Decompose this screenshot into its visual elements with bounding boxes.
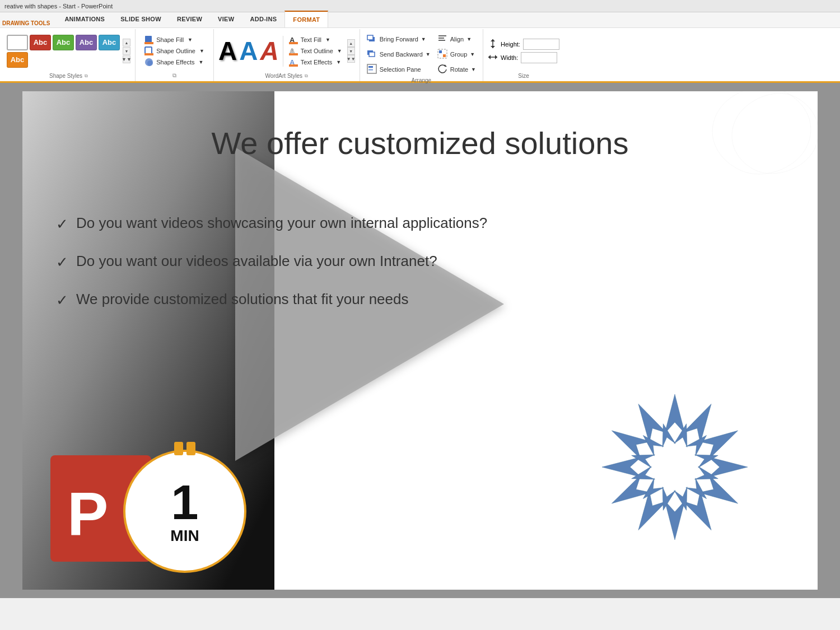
svg-rect-3 [144, 53, 153, 55]
slide-title: We offer customized solutions [22, 125, 818, 161]
text-effects-icon: A [289, 58, 298, 67]
send-backward-button[interactable]: Send Backward ▼ [365, 48, 433, 61]
tab-review[interactable]: REVIEW [169, 11, 210, 27]
svg-marker-39 [629, 491, 666, 535]
align-button[interactable]: Align ▼ [435, 32, 478, 46]
bring-forward-dropdown[interactable]: ▼ [421, 36, 426, 42]
slide[interactable]: We offer customized solutions ✓ Do you w… [22, 91, 818, 590]
svg-marker-43 [629, 399, 666, 443]
text-effects-button[interactable]: A Text Effects ▼ [287, 57, 344, 67]
scroll-more[interactable]: ▼▼ [123, 55, 130, 63]
shape-fill-button[interactable]: Shape Fill ▼ [143, 35, 206, 45]
svg-marker-41 [602, 457, 641, 477]
svg-point-5 [147, 60, 153, 66]
shape-styles-label: Shape Styles ⧉ [7, 72, 130, 80]
wordart-letter-blue[interactable]: A [239, 36, 258, 66]
svg-marker-36 [699, 475, 743, 512]
text-effects-dropdown[interactable]: ▼ [336, 59, 341, 65]
arrange-columns: Bring Forward ▼ Send Backward ▼ [365, 30, 478, 76]
wordart-commands: A Text Fill ▼ A Text Outline ▼ [287, 35, 344, 67]
group-dropdown[interactable]: ▼ [470, 52, 475, 57]
selection-pane-icon [367, 64, 377, 75]
wordart-letter-red[interactable]: A [260, 36, 278, 66]
text-fill-icon: A [289, 35, 298, 44]
rotate-button[interactable]: Rotate ▼ [435, 63, 478, 76]
wordart-scroll: ▲ ▼ ▼▼ [347, 39, 355, 63]
bring-forward-button[interactable]: Bring Forward ▼ [365, 32, 433, 46]
shape-effects-dropdown-icon[interactable]: ▼ [198, 59, 203, 65]
width-row: Width: [488, 52, 559, 63]
scroll-up[interactable]: ▲ [123, 39, 130, 46]
text-fill-button[interactable]: A Text Fill ▼ [287, 35, 344, 45]
svg-marker-40 [606, 475, 651, 512]
timer-number: 1 [171, 478, 199, 527]
tab-view[interactable]: VIEW [210, 11, 242, 27]
selection-pane-button[interactable]: Selection Pane [365, 63, 433, 76]
arrange-label: Arrange [365, 76, 478, 85]
tab-animations[interactable]: ANIMATIONS [57, 11, 113, 27]
rotate-icon [437, 64, 447, 75]
shape-outline-dropdown-icon[interactable]: ▼ [199, 48, 204, 54]
group-button[interactable]: Group ▼ [435, 48, 478, 61]
ribbon: DRAWING TOOLS ANIMATIONS SLIDE SHOW REVI… [0, 12, 840, 83]
shape-style-plain[interactable] [7, 35, 28, 50]
svg-marker-32 [665, 394, 685, 433]
timer-circle: 1 MIN [123, 450, 246, 573]
bring-forward-icon [367, 34, 377, 45]
ribbon-content: Abc Abc Abc Abc Abc ▲ ▼ ▼▼ Shape Styles … [0, 28, 840, 81]
height-input[interactable] [523, 39, 559, 50]
send-backward-dropdown[interactable]: ▼ [426, 52, 431, 57]
wordart-divider [283, 36, 283, 67]
shape-outline-icon [144, 46, 153, 55]
align-dropdown[interactable]: ▼ [466, 36, 472, 42]
check-1: ✓ [56, 216, 68, 233]
shape-outline-button[interactable]: Shape Outline ▼ [143, 46, 206, 56]
width-input[interactable] [521, 52, 557, 63]
scroll-down[interactable]: ▼ [123, 47, 130, 55]
svg-rect-11 [289, 64, 298, 67]
shape-fill-dropdown-icon[interactable]: ▼ [188, 37, 193, 43]
timer-knob-right [186, 442, 195, 455]
shape-style-purple[interactable]: Abc [76, 35, 97, 50]
shape-style-teal[interactable]: Abc [99, 35, 120, 50]
drawing-tools-label: DRAWING TOOLS [2, 20, 50, 27]
svg-rect-15 [369, 52, 375, 57]
height-icon [488, 39, 498, 50]
rotate-dropdown[interactable]: ▼ [471, 67, 476, 72]
shape-cmd-list: Shape Fill ▼ Shape Outline ▼ [143, 35, 206, 67]
svg-rect-17 [368, 66, 373, 68]
text-outline-button[interactable]: A Text Outline ▼ [287, 46, 344, 56]
group-icon [437, 49, 447, 60]
tab-slideshow[interactable]: SLIDE SHOW [113, 11, 169, 27]
check-2: ✓ [56, 254, 68, 271]
svg-marker-37 [683, 491, 720, 535]
shape-effects-button[interactable]: Shape Effects ▼ [143, 57, 206, 67]
timer-handle [174, 442, 195, 455]
wordart-scroll-down[interactable]: ▼ [347, 47, 355, 55]
svg-marker-38 [665, 501, 685, 540]
tab-addins[interactable]: ADD-INS [242, 11, 284, 27]
shape-style-green[interactable]: Abc [53, 35, 74, 50]
wordart-scroll-up[interactable]: ▲ [347, 39, 355, 47]
align-icon [437, 34, 447, 45]
bullet-2: ✓ Do you want our videos available via y… [56, 253, 487, 271]
svg-marker-30 [488, 55, 491, 59]
shape-commands-group: Shape Fill ▼ Shape Outline ▼ [136, 29, 214, 81]
shape-cmds-label: ⧉ [140, 71, 209, 80]
text-fill-dropdown[interactable]: ▼ [325, 37, 330, 43]
text-outline-dropdown[interactable]: ▼ [337, 48, 342, 54]
wordart-letter-black[interactable]: A [218, 36, 237, 66]
wordart-scroll-more[interactable]: ▼▼ [347, 55, 355, 63]
svg-rect-1 [144, 42, 153, 44]
shape-styles-expand-icon[interactable]: ⧉ [85, 73, 88, 79]
svg-marker-34 [699, 422, 743, 459]
size-inputs: Height: Width: [488, 39, 559, 63]
timer-knob-left [174, 442, 183, 455]
shape-style-red[interactable]: Abc [30, 35, 51, 50]
send-backward-icon [367, 49, 377, 60]
shape-style-orange[interactable]: Abc [7, 52, 28, 68]
wordart-expand-icon[interactable]: ⧉ [305, 73, 308, 79]
tab-format[interactable]: FORMAT [284, 11, 328, 27]
arrange-col-1: Bring Forward ▼ Send Backward ▼ [365, 32, 433, 76]
wordart-styles-group: A A A A Text Fill ▼ [214, 29, 360, 81]
